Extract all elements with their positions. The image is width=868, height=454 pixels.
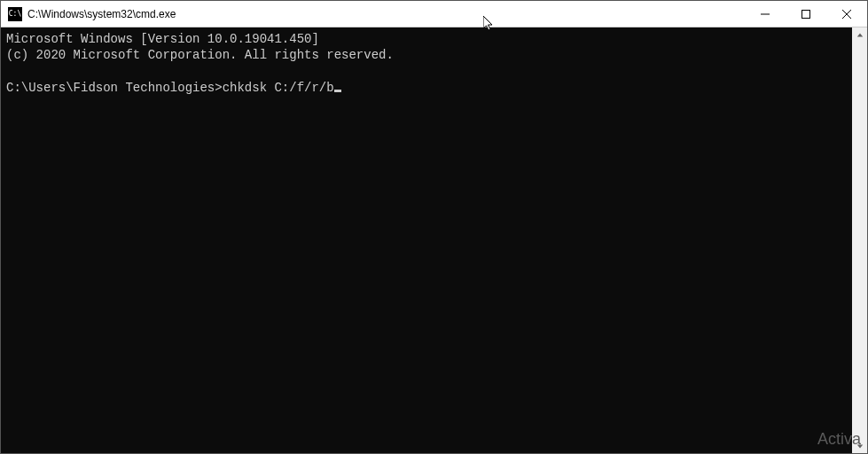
scroll-down-button[interactable] <box>852 438 867 453</box>
minimize-button[interactable] <box>745 1 786 27</box>
scroll-up-button[interactable] <box>852 27 867 43</box>
arrow-up-icon <box>856 32 864 39</box>
scroll-track[interactable] <box>852 43 867 438</box>
close-button[interactable] <box>826 1 867 27</box>
minimize-icon <box>761 10 770 19</box>
terminal-area: Microsoft Windows [Version 10.0.19041.45… <box>1 27 867 453</box>
maximize-button[interactable] <box>786 1 826 27</box>
terminal-line: Microsoft Windows [Version 10.0.19041.45… <box>6 32 319 46</box>
arrow-down-icon <box>856 442 864 450</box>
maximize-icon <box>802 10 810 19</box>
window-title: C:\Windows\system32\cmd.exe <box>27 8 745 20</box>
svg-rect-1 <box>802 10 810 18</box>
cmd-window: C:\ C:\Windows\system32\cmd.exe Microsof… <box>0 0 868 454</box>
close-icon <box>842 10 851 19</box>
vertical-scrollbar[interactable] <box>852 27 867 453</box>
cmd-icon: C:\ <box>8 7 22 21</box>
text-cursor <box>334 90 341 92</box>
window-controls <box>745 1 867 27</box>
terminal-line: (c) 2020 Microsoft Corporation. All righ… <box>6 48 394 62</box>
terminal-command: chkdsk C:/f/r/b <box>223 81 334 95</box>
titlebar[interactable]: C:\ C:\Windows\system32\cmd.exe <box>1 1 867 27</box>
terminal-prompt: C:\Users\Fidson Technologies> <box>6 81 223 95</box>
terminal-content[interactable]: Microsoft Windows [Version 10.0.19041.45… <box>1 27 852 453</box>
